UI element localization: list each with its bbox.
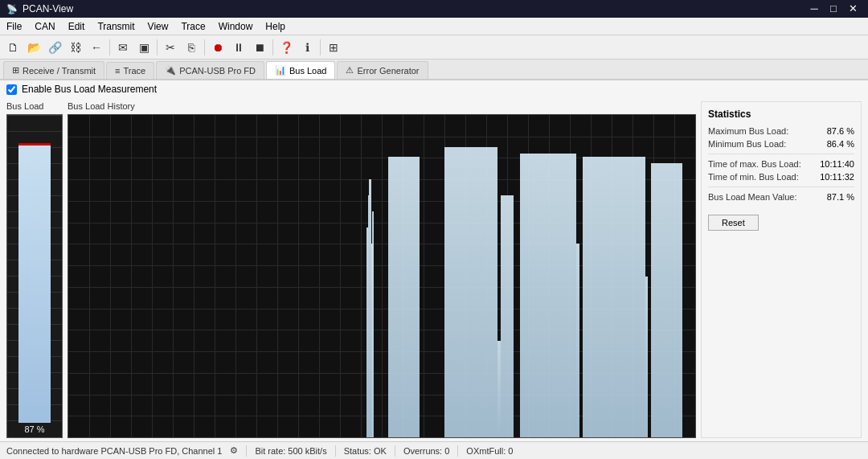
arrow-button[interactable]: ← [87,38,106,57]
tab-pcan-usb-pro-fd[interactable]: 🔌 PCAN-USB Pro FD [156,61,264,79]
chart-bar [501,195,514,437]
bus-load-percentage: 87 % [9,423,60,436]
history-section: Bus Load History [68,101,696,438]
link-button[interactable]: 🔗 [45,38,64,57]
title-controls: ─ □ ✕ [805,2,862,16]
tab-trace[interactable]: ≡ Trace [106,62,154,79]
enable-checkbox[interactable] [6,84,17,95]
info-button[interactable]: ℹ [297,38,317,57]
pause-button[interactable]: ⏸ [229,38,248,57]
bus-load-section-label: Bus Load [6,101,63,111]
tab-bus-load[interactable]: 📊 Bus Load [266,61,335,79]
tab-error-generator[interactable]: ⚠ Error Generator [337,61,428,79]
chart-bar [645,277,649,438]
stat-mean: Bus Load Mean Value: 87.1 % [708,192,854,202]
chart-bar [576,244,579,437]
status-bitrate: Bit rate: 500 kBit/s [255,446,326,456]
statistics-title: Statistics [708,109,854,120]
stat-divider-1 [708,154,854,154]
status-sep-1 [246,445,247,457]
status-sep-3 [395,445,395,457]
stat-time-min: Time of min. Bus Load: 10:11:32 [708,172,854,182]
stat-min-label: Minimum Bus Load: [708,139,786,149]
enable-row: Enable Bus Load Measurement [0,80,868,98]
pcan-icon: 🔌 [165,65,176,76]
toolbar-sep-1 [109,39,110,55]
bus-load-section: Bus Load 87 % [6,101,63,438]
status-connection: Connected to hardware PCAN-USB Pro FD, C… [6,446,222,456]
stat-min-value: 86.4 % [827,139,854,149]
stat-time-max: Time of max. Bus Load: 10:11:40 [708,159,854,169]
bus-load-bar-red [18,143,51,145]
toolbar-sep-4 [272,39,273,55]
disconnect-button[interactable]: ⛓ [66,38,85,57]
stat-mean-value: 87.1 % [827,192,854,202]
content-area: Bus Load 87 % Bus Load History Statistic… [0,98,868,441]
filter-button[interactable]: ▣ [134,38,154,57]
stat-max-label: Maximum Bus Load: [708,126,788,136]
menu-item-can[interactable]: CAN [28,19,61,34]
status-icon: ⚙ [230,445,238,456]
history-chart [68,114,696,438]
mail-button[interactable]: ✉ [113,38,133,57]
toolbar: 🗋 📂 🔗 ⛓ ← ✉ ▣ ✂ ⎘ ⏺ ⏸ ⏹ ❓ ℹ ⊞ [0,35,868,59]
statistics-panel: Statistics Maximum Bus Load: 87.6 % Mini… [701,101,862,438]
menu-item-file[interactable]: File [0,19,28,34]
cut-button[interactable]: ✂ [161,38,180,57]
stat-time-min-value: 10:11:32 [820,172,854,182]
maximize-button[interactable]: □ [825,2,842,16]
menu-item-transmit[interactable]: Transmit [91,19,141,34]
menu-item-window[interactable]: Window [212,19,260,34]
title-bar: 📡 PCAN-View ─ □ ✕ [0,0,868,18]
stat-divider-2 [708,186,854,187]
tab-bar: ⊞ Receive / Transmit ≡ Trace 🔌 PCAN-USB … [0,59,868,80]
stat-min-bus-load: Minimum Bus Load: 86.4 % [708,139,854,149]
status-bar: Connected to hardware PCAN-USB Pro FD, C… [0,441,868,459]
open-button[interactable]: 📂 [24,38,43,57]
menu-item-trace[interactable]: Trace [174,19,211,34]
receive-transmit-icon: ⊞ [12,65,19,76]
copy-button[interactable]: ⎘ [182,38,201,57]
grid-line-h [7,131,62,132]
chart-bar [388,157,420,437]
app-icon: 📡 [6,4,18,14]
stat-max-value: 87.6 % [827,126,854,136]
menu-item-view[interactable]: View [141,19,175,34]
chart-bar [651,163,682,437]
close-button[interactable]: ✕ [844,2,862,16]
stat-mean-label: Bus Load Mean Value: [708,192,796,202]
new-button[interactable]: 🗋 [3,38,23,57]
record-button[interactable]: ⏺ [208,38,227,57]
device-button[interactable]: ⊞ [324,38,343,57]
minimize-button[interactable]: ─ [805,2,823,16]
toolbar-sep-2 [157,39,158,55]
bus-load-icon: 📊 [275,65,286,76]
status-sep-2 [335,445,336,457]
menu-item-edit[interactable]: Edit [62,19,92,34]
stop-button[interactable]: ⏹ [250,38,269,57]
menu-item-help[interactable]: Help [259,19,292,34]
stat-time-min-label: Time of min. Bus Load: [708,172,799,182]
tab-receive-transmit[interactable]: ⊞ Receive / Transmit [3,61,104,79]
bus-load-bar-container: 87 % [6,114,63,438]
history-label: Bus Load History [68,101,696,111]
status-overruns: Overruns: 0 [403,446,449,456]
chart-data [68,115,695,437]
bus-load-bar-fill [18,145,51,423]
stat-time-max-value: 10:11:40 [820,159,854,169]
chart-bar [372,211,374,437]
main-content: Enable Bus Load Measurement Bus Load 87 … [0,80,868,441]
reset-button[interactable]: Reset [708,215,759,231]
status-ok: Status: OK [344,446,387,456]
stat-max-bus-load: Maximum Bus Load: 87.6 % [708,126,854,136]
status-oxtmfull: OXmtFull: 0 [466,446,513,456]
toolbar-sep-5 [320,39,321,55]
grid-line-h [7,115,62,116]
app-title: PCAN-View [23,3,73,14]
error-icon: ⚠ [346,65,354,76]
enable-label: Enable Bus Load Measurement [22,84,157,95]
toolbar-sep-3 [204,39,205,55]
menu-bar: FileCANEditTransmitViewTraceWindowHelp [0,18,868,35]
chart-bar [444,147,497,437]
help-button[interactable]: ❓ [276,38,296,57]
